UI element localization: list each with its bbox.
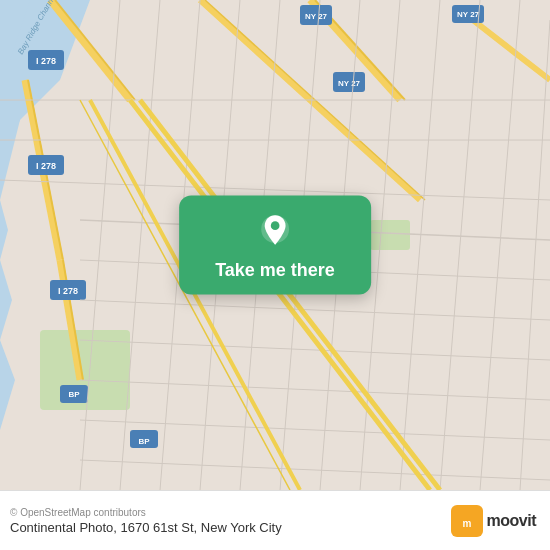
location-name: Continental Photo, 1670 61st St, New Yor…: [10, 520, 282, 535]
moovit-logo-icon: m: [451, 505, 483, 537]
svg-text:I 278: I 278: [36, 161, 56, 171]
svg-point-64: [271, 221, 280, 230]
svg-text:NY 27: NY 27: [457, 10, 480, 19]
svg-text:I 278: I 278: [58, 286, 78, 296]
take-me-there-button[interactable]: Take me there: [179, 196, 371, 295]
moovit-text: moovit: [487, 512, 536, 530]
location-info: © OpenStreetMap contributors Continental…: [10, 507, 282, 535]
svg-text:NY 27: NY 27: [338, 79, 361, 88]
map-view: I 278 I 278 I 278 BP BP NY 27 NY 27 NY 2…: [0, 0, 550, 490]
cta-overlay: Take me there: [179, 196, 371, 295]
cta-button-label: Take me there: [215, 260, 335, 281]
svg-text:BP: BP: [68, 390, 80, 399]
moovit-logo: m moovit: [451, 505, 536, 537]
svg-text:BP: BP: [138, 437, 150, 446]
svg-text:I 278: I 278: [36, 56, 56, 66]
svg-text:NY 27: NY 27: [305, 12, 328, 21]
location-pin-icon: [255, 214, 295, 254]
svg-text:m: m: [462, 518, 471, 529]
copyright-text: © OpenStreetMap contributors: [10, 507, 282, 518]
svg-rect-8: [370, 220, 410, 250]
bottom-bar: © OpenStreetMap contributors Continental…: [0, 490, 550, 550]
